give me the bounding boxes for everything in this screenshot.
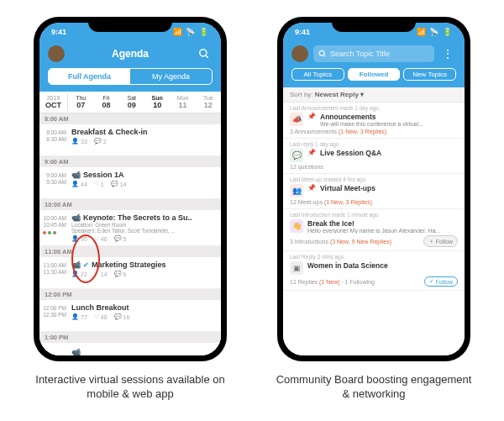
board-item-ice[interactable]: Last Introduction made 1 minute ago 👋 Br…: [283, 209, 465, 251]
svg-point-0: [200, 50, 207, 56]
agenda-tabs: Full Agenda My Agenda: [48, 68, 213, 85]
session-breakfast[interactable]: 8:00 AM8:30 AM Breakfast & Check-in 👤 33…: [39, 124, 221, 156]
date-strip[interactable]: 2019 OCT Thu07 Fri08 Sat09 Sun10 Mon11 T…: [39, 92, 221, 113]
board-header: Search Topic Title ⋮ All Topics Followed…: [283, 41, 465, 87]
search-input[interactable]: Search Topic Title: [313, 45, 434, 62]
session-partial[interactable]: 📹: [39, 343, 221, 355]
new-topics-tab[interactable]: New Topics: [403, 68, 456, 81]
follow-button[interactable]: ✓ Follow: [424, 276, 458, 287]
video-icon: 📹: [71, 260, 81, 269]
date-day-selected[interactable]: Sun10: [144, 93, 170, 111]
full-agenda-tab[interactable]: Full Agenda: [49, 69, 130, 84]
session-1a[interactable]: 9:00 AM9:30 AM 📹Session 1A 👤 44 ♡ 1 💬 14: [39, 167, 221, 199]
search-icon[interactable]: [196, 45, 213, 62]
phone-notch-icon: [88, 17, 172, 32]
user-avatar[interactable]: [48, 45, 65, 62]
date-day[interactable]: Sat09: [119, 93, 144, 111]
pin-icon: 📌: [307, 149, 316, 156]
time-header: 9:00 AM: [39, 156, 221, 167]
wave-icon: 👋: [290, 219, 303, 233]
svg-line-1: [206, 55, 208, 58]
status-time: 9:41: [295, 28, 310, 36]
my-agenda-tab[interactable]: My Agenda: [130, 69, 212, 84]
agenda-title: Agenda: [65, 48, 196, 60]
video-icon: 📹: [71, 348, 81, 355]
more-icon[interactable]: ⋮: [439, 45, 456, 62]
board-item-announcements[interactable]: Last Announcement made 1 day ago 📣 📌 Ann…: [283, 103, 465, 139]
status-icons: 📶 📡 🔋: [173, 28, 209, 36]
status-time: 9:41: [51, 28, 66, 36]
people-icon: 👥: [290, 184, 303, 197]
left-caption: Interactive virtual sessions available o…: [29, 373, 231, 402]
verified-icon: ✔: [83, 261, 89, 269]
session-lunch[interactable]: 12:00 PM12:30 PM Lunch Breakout 👤 77 ♡ 4…: [39, 300, 221, 332]
pin-icon: 📌: [307, 113, 316, 120]
date-day[interactable]: Tue12: [196, 93, 221, 111]
user-avatar[interactable]: [291, 45, 308, 62]
agenda-list[interactable]: 8:00 AM 8:00 AM8:30 AM Breakfast & Check…: [39, 113, 221, 355]
board-item-meetups[interactable]: Last Meet-up created 4 hrs ago 👥 📌 Virtu…: [283, 174, 465, 209]
time-header: 1:00 PM: [39, 332, 221, 343]
chat-icon: 💬: [290, 149, 303, 162]
svg-point-2: [319, 50, 324, 55]
agenda-screen: 9:41 📶 📡 🔋 Agenda Full Agenda My Agenda: [39, 23, 221, 355]
time-header: 12:00 PM: [39, 289, 221, 300]
all-topics-tab[interactable]: All Topics: [291, 68, 344, 81]
date-month: 2019 OCT: [39, 93, 68, 111]
session-marketing[interactable]: 11:00 AM11:30 AM 📹✔Marketing Strategies …: [39, 257, 221, 289]
followed-tab[interactable]: Followed: [348, 68, 401, 81]
board-phone-column: 9:41 📶 📡 🔋 Search Topic Title ⋮ All Topi…: [273, 17, 475, 402]
session-keynote[interactable]: 10:00 AM10:45 AM 📹Keynote: The Secrets t…: [39, 210, 221, 246]
board-tabs: All Topics Followed New Topics: [291, 68, 456, 81]
board-item-women[interactable]: Last Reply 3 mins ago ▣ Women in Data Sc…: [283, 251, 465, 291]
phone-notch-icon: [332, 17, 416, 32]
comment-icon: 💬 2: [94, 138, 107, 145]
board-phone-frame: 9:41 📶 📡 🔋 Search Topic Title ⋮ All Topi…: [277, 17, 470, 361]
agenda-phone-frame: 9:41 📶 📡 🔋 Agenda Full Agenda My Agenda: [34, 17, 227, 361]
video-icon: 📹: [71, 171, 81, 179]
pin-icon: 📌: [307, 184, 316, 192]
agenda-phone-column: 9:41 📶 📡 🔋 Agenda Full Agenda My Agenda: [29, 17, 231, 402]
megaphone-icon: 📣: [290, 113, 303, 126]
status-icons: 📶 📡 🔋: [417, 28, 453, 36]
date-day[interactable]: Thu07: [68, 93, 93, 111]
agenda-header: Agenda Full Agenda My Agenda: [39, 41, 221, 92]
date-day[interactable]: Mon11: [170, 93, 195, 111]
board-item-qna[interactable]: Last reply 1 day ago 💬 📌 Live Session Q&…: [283, 139, 465, 174]
board-list[interactable]: Last Announcement made 1 day ago 📣 📌 Ann…: [283, 103, 465, 355]
follow-button[interactable]: ＋Follow: [423, 235, 458, 247]
attendees-icon: 👤 33: [71, 138, 87, 145]
date-day[interactable]: Fri08: [93, 93, 118, 111]
time-header: 11:00 AM: [39, 246, 221, 257]
video-icon: 📹: [71, 213, 81, 222]
board-screen: 9:41 📶 📡 🔋 Search Topic Title ⋮ All Topi…: [283, 23, 465, 355]
topic-icon: ▣: [290, 261, 303, 275]
time-header: 10:00 AM: [39, 199, 221, 210]
right-caption: Community Board boosting engagement & ne…: [273, 373, 475, 402]
time-header: 8:00 AM: [39, 113, 221, 124]
sort-row[interactable]: Sort by: Newest Reply ▾: [283, 87, 465, 103]
svg-line-3: [323, 55, 325, 56]
chevron-down-icon: ▾: [360, 91, 364, 98]
